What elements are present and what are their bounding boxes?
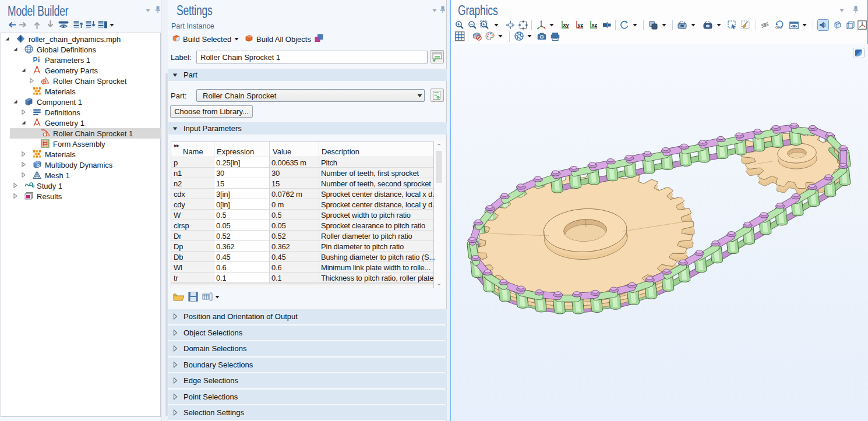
svg-text:xz: xz bbox=[592, 22, 598, 28]
svg-text:yz: yz bbox=[578, 22, 584, 28]
svg-text:P: P bbox=[33, 56, 38, 64]
svg-text:xy: xy bbox=[563, 22, 569, 28]
